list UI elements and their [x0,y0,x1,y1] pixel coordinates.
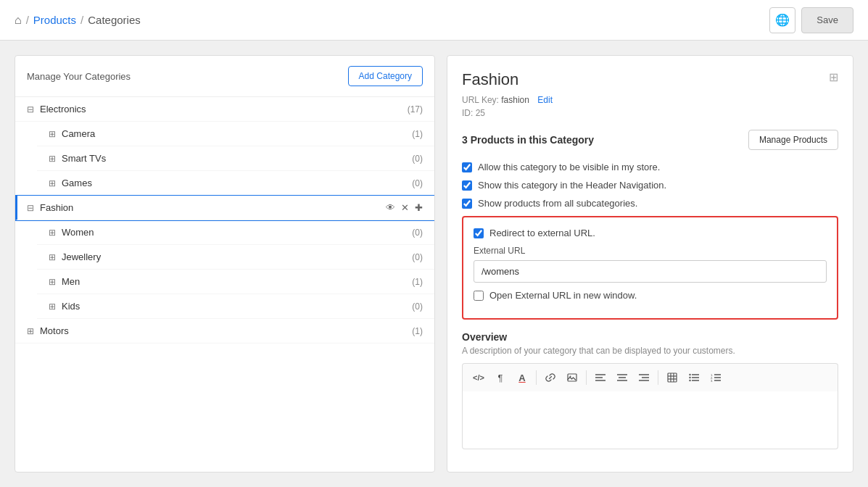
editor-body[interactable] [462,391,838,449]
overview-title: Overview [462,331,838,343]
products-link[interactable]: Products [33,14,76,26]
toolbar-link-btn[interactable] [540,368,561,387]
cat-label-smart-tvs: Smart TVs [62,153,106,164]
checkbox-label-header-nav: Show this category in the Header Navigat… [478,180,666,191]
editor-toolbar: </> ¶ A [462,363,838,391]
folder-icon-women: ⊞ [49,228,56,238]
checkbox-input-visible[interactable] [462,162,472,172]
cat-count-men: (1) [412,277,423,287]
header: ⌂ / Products / Categories 🌐 Save [0,0,868,41]
cat-count-smart-tvs: (0) [412,154,423,164]
id-value: ID: 25 [462,108,485,118]
cat-label-men: Men [62,276,80,287]
external-url-input[interactable] [474,260,827,283]
folder-icon-jewellery: ⊞ [49,252,56,262]
toolbar-list-btn[interactable] [684,368,704,387]
category-list: ⊟ Electronics (17) ⊞ Camera (1) ⊞ Smart … [15,97,434,344]
cat-label-camera: Camera [62,128,95,139]
toolbar-code-btn[interactable]: </> [468,368,489,387]
url-key-row: URL Key: fashion Edit [462,95,838,105]
checkbox-visible: Allow this category to be visible in my … [462,162,838,172]
toolbar-table-btn[interactable] [662,368,682,387]
category-detail-header: Fashion ⊞ [462,70,838,89]
toolbar-ordered-list-btn[interactable]: 1.2.3. [706,368,726,387]
category-item-kids[interactable]: ⊞ Kids (0) [37,294,434,319]
panel-title: Manage Your Categories [27,71,131,82]
close-icon-fashion[interactable]: ✕ [401,202,409,213]
checkbox-label-visible: Allow this category to be visible in my … [478,162,660,172]
checkbox-redirect: Redirect to external URL. [474,228,827,238]
external-url-label: External URL [474,246,827,256]
toolbar-format-btn[interactable]: ¶ [490,368,511,387]
manage-products-button[interactable]: Manage Products [748,130,838,150]
cat-item-left-camera: ⊞ Camera [49,128,95,139]
category-item-games[interactable]: ⊞ Games (0) [37,171,434,196]
toolbar-text-color-btn[interactable]: A [512,368,532,387]
category-item-men[interactable]: ⊞ Men (1) [37,270,434,294]
checkbox-input-new-window[interactable] [474,291,484,301]
left-panel-header: Manage Your Categories Add Category [15,56,434,97]
add-category-button[interactable]: Add Category [348,66,423,86]
folder-icon-smart-tvs: ⊞ [49,154,56,164]
toolbar-divider-2 [586,370,587,385]
checkbox-label-new-window: Open External URL in new window. [489,290,637,301]
home-icon[interactable]: ⌂ [15,14,22,27]
folder-icon-fashion: ⊟ [27,203,34,213]
header-actions: 🌐 Save [769,7,853,33]
cat-count-women: (0) [412,228,423,238]
globe-button[interactable]: 🌐 [769,7,795,33]
toolbar-align-right-btn[interactable] [634,368,654,387]
cat-count-jewellery: (0) [412,252,423,262]
checkbox-input-redirect[interactable] [474,228,484,238]
cat-count-motors: (1) [412,326,423,336]
category-item-smart-tvs[interactable]: ⊞ Smart TVs (0) [37,146,434,171]
eye-icon-fashion[interactable]: 👁 [386,202,395,213]
svg-text:3.: 3. [711,379,713,382]
svg-point-18 [689,380,690,381]
cat-label-fashion: Fashion [40,202,73,213]
cat-item-left-games: ⊞ Games [49,178,92,188]
folder-icon-men: ⊞ [49,277,56,287]
category-item-women[interactable]: ⊞ Women (0) [37,220,434,245]
folder-icon-games: ⊞ [49,178,56,188]
categories-label: Categories [88,14,141,26]
cat-item-left-electronics: ⊟ Electronics [27,104,86,115]
cat-item-left-men: ⊞ Men [49,276,80,287]
category-item-electronics[interactable]: ⊟ Electronics (17) [15,97,434,122]
checkbox-input-header-nav[interactable] [462,180,472,191]
category-item-camera[interactable]: ⊞ Camera (1) [37,122,434,146]
toolbar-divider-3 [658,370,658,385]
category-item-fashion[interactable]: ⊟ Fashion 👁 ✕ ✚ [15,196,434,220]
category-item-motors[interactable]: ⊞ Motors (1) [15,319,434,344]
overview-description: A description of your category that can … [462,346,838,356]
category-item-jewellery[interactable]: ⊞ Jewellery (0) [37,245,434,270]
toolbar-align-left-btn[interactable] [590,368,611,387]
save-button[interactable]: Save [801,7,853,33]
cat-item-left-smart-tvs: ⊞ Smart TVs [49,153,106,164]
right-panel: Fashion ⊞ URL Key: fashion Edit ID: 25 3… [447,55,853,473]
cat-label-games: Games [62,178,92,188]
cat-sub-electronics: ⊞ Camera (1) ⊞ Smart TVs (0) ⊞ Games [15,122,434,196]
cat-label-electronics: Electronics [40,104,86,115]
overview-section: Overview A description of your category … [462,331,838,449]
category-name: Fashion [462,70,518,89]
toolbar-image-btn[interactable] [562,368,582,387]
cat-count-kids: (0) [412,301,423,312]
detail-icon[interactable]: ⊞ [829,70,838,84]
cat-label-women: Women [62,227,94,238]
folder-icon-motors: ⊞ [27,326,34,336]
folder-icon-electronics: ⊟ [27,104,34,115]
breadcrumb-sep-2: / [80,14,83,26]
add-icon-fashion[interactable]: ✚ [415,202,423,213]
url-key-value: fashion [501,95,529,105]
edit-link[interactable]: Edit [537,95,553,105]
cat-count-games: (0) [412,178,423,188]
svg-rect-11 [668,373,677,382]
toolbar-align-center-btn[interactable] [612,368,632,387]
cat-item-left-women: ⊞ Women [49,227,94,238]
external-url-section: Redirect to external URL. External URL O… [462,216,838,320]
checkbox-input-subcategories[interactable] [462,199,472,209]
breadcrumb: ⌂ / Products / Categories [15,14,141,27]
cat-item-left-kids: ⊞ Kids [49,301,80,312]
cat-item-left-jewellery: ⊞ Jewellery [49,251,101,262]
